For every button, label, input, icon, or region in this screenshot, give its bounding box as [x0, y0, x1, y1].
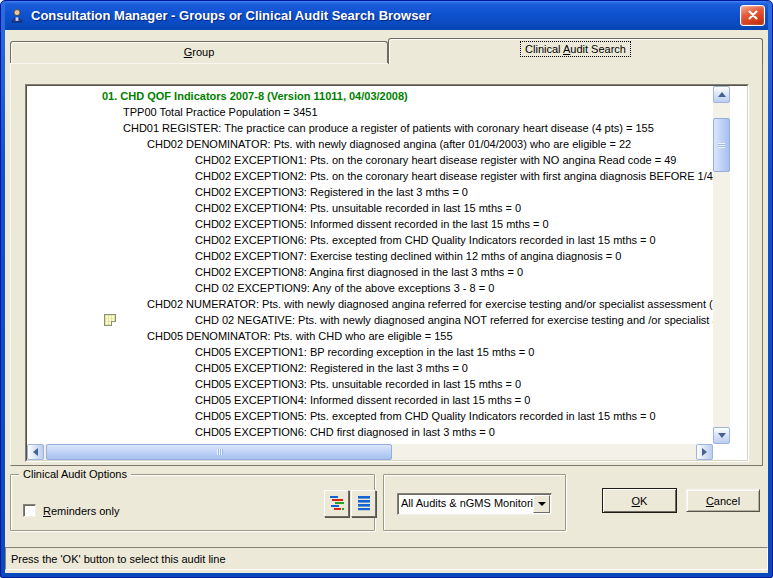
audit-list-row-text: CHD02 EXCEPTION4: Pts. unsuitable record… — [27, 200, 713, 216]
audit-list-row-text: CHD02 EXCEPTION1: Pts. on the coronary h… — [27, 152, 713, 168]
vertical-scrollbar-thumb[interactable] — [713, 118, 730, 172]
audit-list-row[interactable]: CHD02 EXCEPTION4: Pts. unsuitable record… — [27, 200, 713, 216]
dropdown-button[interactable] — [533, 495, 550, 513]
audit-list-row-text: CHD 02 NEGATIVE: Pts. with newly diagnos… — [27, 312, 713, 328]
clinical-audit-options-group: Clinical Audit Options Reminders only — [10, 474, 375, 531]
audit-listbox: 01. CHD QOF Indicators 2007-8 (Version 1… — [25, 84, 749, 462]
scroll-right-button[interactable] — [696, 444, 713, 460]
list-lines-icon — [356, 495, 372, 513]
arrow-up-icon — [718, 92, 726, 97]
audit-list-row-text: CHD02 DENOMINATOR: Pts. with newly diagn… — [27, 136, 713, 152]
audit-listbox-inner: 01. CHD QOF Indicators 2007-8 (Version 1… — [26, 85, 748, 461]
scroll-up-button[interactable] — [713, 86, 730, 103]
gantt-chart-icon — [329, 495, 345, 513]
arrow-right-icon — [702, 448, 707, 456]
audit-list-row-text: CHD05 EXCEPTION5: Pts. excepted from CHD… — [27, 408, 713, 424]
audit-list-row[interactable]: CHD05 EXCEPTION5: Pts. excepted from CHD… — [27, 408, 713, 424]
close-button[interactable] — [740, 5, 765, 26]
audit-list-row-text: CHD02 EXCEPTION7: Exercise testing decli… — [27, 248, 713, 264]
audit-filter-value: All Audits & nGMS Monitoring — [401, 497, 533, 509]
arrow-down-icon — [718, 433, 726, 438]
scroll-left-button[interactable] — [27, 444, 44, 460]
app-icon[interactable] — [9, 8, 25, 24]
status-bar: Press the 'OK' button to select this aud… — [5, 547, 768, 570]
audit-list-row-text: CHD02 NUMERATOR: Pts. with newly diagnos… — [27, 296, 713, 312]
audit-list-row[interactable]: CHD02 DENOMINATOR: Pts. with newly diagn… — [27, 136, 713, 152]
audit-list-row[interactable]: CHD 02 EXCEPTION9: Any of the above exce… — [27, 280, 713, 296]
tab-clinical-audit-search[interactable]: Clinical Audit Search — [388, 38, 763, 64]
audit-list-row-text: CHD02 EXCEPTION2: Pts. on the coronary h… — [27, 168, 713, 184]
audit-list-row[interactable]: CHD02 EXCEPTION3: Registered in the last… — [27, 184, 713, 200]
audit-list-row-text: CHD 02 EXCEPTION9: Any of the above exce… — [27, 280, 713, 296]
audit-list-row[interactable]: CHD05 EXCEPTION1: BP recording exception… — [27, 344, 713, 360]
audit-list[interactable]: 01. CHD QOF Indicators 2007-8 (Version 1… — [27, 86, 713, 444]
audit-list-row[interactable]: CHD05 EXCEPTION4: Informed dissent recor… — [27, 392, 713, 408]
audit-list-row-text: CHD02 EXCEPTION3: Registered in the last… — [27, 184, 713, 200]
group-box-label: Clinical Audit Options — [19, 468, 131, 480]
audit-list-row-text: CHD05 EXCEPTION6: CHD first diagnosed in… — [27, 424, 713, 440]
vertical-scrollbar[interactable] — [713, 86, 730, 444]
arrow-left-icon — [33, 448, 38, 456]
audit-list-row[interactable]: CHD 02 NEGATIVE: Pts. with newly diagnos… — [27, 312, 713, 328]
dialog-client: Group Clinical Audit Search 01. CHD QOF … — [5, 30, 768, 573]
audit-list-row-text: CHD02 EXCEPTION5: Informed dissent recor… — [27, 216, 713, 232]
audit-list-row-text: TPP00 Total Practice Population = 3451 — [27, 104, 713, 120]
audit-list-row-text: CHD05 EXCEPTION2: Registered in the last… — [27, 360, 713, 376]
audit-list-row[interactable]: TPP00 Total Practice Population = 3451 — [27, 104, 713, 120]
title-bar[interactable]: Consultation Manager - Groups or Clinica… — [5, 1, 768, 30]
reminders-only-label[interactable]: Reminders only — [43, 505, 119, 517]
audit-list-row-text: CHD02 EXCEPTION6: Pts. excepted from CHD… — [27, 232, 713, 248]
audit-list-row[interactable]: CHD05 EXCEPTION3: Pts. unsuitable record… — [27, 376, 713, 392]
reminders-only-checkbox[interactable] — [23, 504, 36, 517]
audit-list-row[interactable]: CHD05 EXCEPTION6: CHD first diagnosed in… — [27, 424, 713, 440]
scroll-down-button[interactable] — [713, 427, 730, 444]
cancel-button-label: Cancel — [706, 495, 740, 507]
window-title: Consultation Manager - Groups or Clinica… — [31, 8, 768, 23]
dialog-window: Consultation Manager - Groups or Clinica… — [0, 0, 773, 578]
cancel-button[interactable]: Cancel — [686, 489, 760, 512]
audit-list-row-text: CHD05 EXCEPTION4: Informed dissent recor… — [27, 392, 713, 408]
audit-list-row-text: CHD02 EXCEPTION8: Angina first diagnosed… — [27, 264, 713, 280]
audit-list-row-text: CHD05 EXCEPTION1: BP recording exception… — [27, 344, 713, 360]
note-icon — [104, 314, 116, 326]
audit-list-view-button[interactable] — [351, 490, 376, 517]
audit-filter-dropdown[interactable]: All Audits & nGMS Monitoring — [397, 493, 552, 515]
ok-button[interactable]: OK — [602, 488, 677, 513]
audit-list-row[interactable]: CHD02 EXCEPTION6: Pts. excepted from CHD… — [27, 232, 713, 248]
status-bar-text: Press the 'OK' button to select this aud… — [11, 553, 226, 565]
audit-list-row[interactable]: CHD02 EXCEPTION7: Exercise testing decli… — [27, 248, 713, 264]
audit-list-row[interactable]: 01. CHD QOF Indicators 2007-8 (Version 1… — [27, 88, 713, 104]
horizontal-scrollbar[interactable] — [27, 444, 713, 460]
close-icon — [747, 7, 759, 25]
dropdown-arrow-icon — [538, 502, 546, 506]
tab-group[interactable]: Group — [10, 41, 388, 63]
audit-list-row[interactable]: CHD01 REGISTER: The practice can produce… — [27, 120, 713, 136]
audit-list-row[interactable]: CHD02 NUMERATOR: Pts. with newly diagnos… — [27, 296, 713, 312]
audit-list-row-text: CHD05 EXCEPTION3: Pts. unsuitable record… — [27, 376, 713, 392]
tab-group-label: Group — [180, 45, 219, 59]
ok-button-label: OK — [632, 495, 648, 507]
audit-list-row[interactable]: CHD05 DENOMINATOR: Pts. with CHD who are… — [27, 328, 713, 344]
audit-list-row[interactable]: CHD02 EXCEPTION1: Pts. on the coronary h… — [27, 152, 713, 168]
audit-chart-view-button[interactable] — [324, 490, 349, 517]
tab-clinical-audit-search-label: Clinical Audit Search — [521, 42, 630, 56]
audit-list-row-text: CHD01 REGISTER: The practice can produce… — [27, 120, 713, 136]
audit-list-row[interactable]: CHD02 EXCEPTION5: Informed dissent recor… — [27, 216, 713, 232]
audit-list-row[interactable]: CHD02 EXCEPTION8: Angina first diagnosed… — [27, 264, 713, 280]
horizontal-scrollbar-thumb[interactable] — [46, 444, 392, 460]
audit-list-row[interactable]: CHD02 EXCEPTION2: Pts. on the coronary h… — [27, 168, 713, 184]
audit-list-row-text: CHD05 DENOMINATOR: Pts. with CHD who are… — [27, 328, 713, 344]
audit-list-row[interactable]: CHD05 EXCEPTION2: Registered in the last… — [27, 360, 713, 376]
tab-panel: 01. CHD QOF Indicators 2007-8 (Version 1… — [10, 63, 763, 466]
audit-filter-group: All Audits & nGMS Monitoring — [383, 474, 566, 531]
audit-list-row-text: 01. CHD QOF Indicators 2007-8 (Version 1… — [27, 88, 713, 104]
